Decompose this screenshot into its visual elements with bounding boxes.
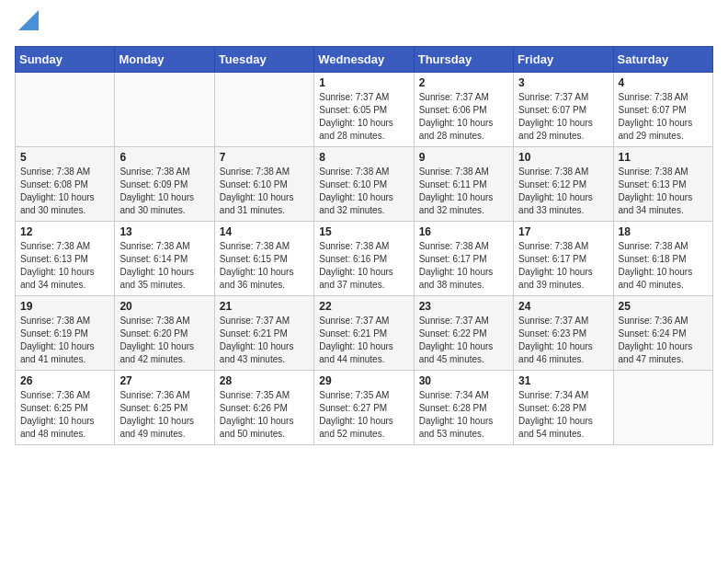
day-info: Sunrise: 7:38 AM Sunset: 6:07 PM Dayligh… <box>619 91 708 143</box>
calendar-cell: 8Sunrise: 7:38 AM Sunset: 6:10 PM Daylig… <box>314 147 414 222</box>
day-info: Sunrise: 7:38 AM Sunset: 6:09 PM Dayligh… <box>119 166 209 217</box>
week-row-4: 19Sunrise: 7:38 AM Sunset: 6:19 PM Dayli… <box>16 296 713 371</box>
calendar-cell: 26Sunrise: 7:36 AM Sunset: 6:25 PM Dayli… <box>16 371 115 445</box>
day-info: Sunrise: 7:38 AM Sunset: 6:19 PM Dayligh… <box>20 315 109 366</box>
calendar-cell: 22Sunrise: 7:37 AM Sunset: 6:21 PM Dayli… <box>314 296 414 371</box>
day-number: 27 <box>119 374 209 387</box>
calendar-cell: 23Sunrise: 7:37 AM Sunset: 6:22 PM Dayli… <box>414 296 513 371</box>
day-info: Sunrise: 7:38 AM Sunset: 6:11 PM Dayligh… <box>419 166 508 217</box>
logo <box>15 15 39 37</box>
day-info: Sunrise: 7:38 AM Sunset: 6:13 PM Dayligh… <box>619 166 708 217</box>
day-info: Sunrise: 7:38 AM Sunset: 6:12 PM Dayligh… <box>518 166 608 217</box>
day-number: 2 <box>419 76 508 89</box>
day-info: Sunrise: 7:37 AM Sunset: 6:06 PM Dayligh… <box>419 91 508 143</box>
day-info: Sunrise: 7:37 AM Sunset: 6:22 PM Dayligh… <box>419 315 508 366</box>
weekday-header-tuesday: Tuesday <box>214 47 313 73</box>
day-number: 22 <box>319 300 408 313</box>
day-number: 20 <box>119 300 209 313</box>
weekday-header-thursday: Thursday <box>414 47 513 73</box>
calendar-cell: 4Sunrise: 7:38 AM Sunset: 6:07 PM Daylig… <box>613 73 712 147</box>
day-number: 19 <box>20 300 109 313</box>
day-number: 11 <box>619 151 708 164</box>
calendar-cell: 13Sunrise: 7:38 AM Sunset: 6:14 PM Dayli… <box>115 222 214 296</box>
day-info: Sunrise: 7:38 AM Sunset: 6:17 PM Dayligh… <box>518 240 608 292</box>
day-number: 10 <box>518 151 608 164</box>
calendar-cell: 11Sunrise: 7:38 AM Sunset: 6:13 PM Dayli… <box>613 147 712 222</box>
calendar-cell: 6Sunrise: 7:38 AM Sunset: 6:09 PM Daylig… <box>115 147 214 222</box>
calendar-cell: 20Sunrise: 7:38 AM Sunset: 6:20 PM Dayli… <box>115 296 214 371</box>
day-number: 30 <box>419 374 508 387</box>
day-number: 16 <box>419 225 508 238</box>
day-info: Sunrise: 7:38 AM Sunset: 6:18 PM Dayligh… <box>619 240 708 292</box>
calendar-cell: 27Sunrise: 7:36 AM Sunset: 6:25 PM Dayli… <box>115 371 214 445</box>
calendar-cell: 24Sunrise: 7:37 AM Sunset: 6:23 PM Dayli… <box>514 296 613 371</box>
calendar-table: SundayMondayTuesdayWednesdayThursdayFrid… <box>15 46 713 445</box>
day-info: Sunrise: 7:38 AM Sunset: 6:10 PM Dayligh… <box>220 166 309 217</box>
calendar-cell: 19Sunrise: 7:38 AM Sunset: 6:19 PM Dayli… <box>16 296 115 371</box>
day-info: Sunrise: 7:38 AM Sunset: 6:20 PM Dayligh… <box>119 315 209 366</box>
day-number: 3 <box>518 76 608 89</box>
calendar-cell <box>214 73 313 147</box>
day-number: 28 <box>220 374 309 387</box>
calendar-cell: 28Sunrise: 7:35 AM Sunset: 6:26 PM Dayli… <box>214 371 313 445</box>
day-info: Sunrise: 7:37 AM Sunset: 6:21 PM Dayligh… <box>319 315 408 366</box>
calendar-cell: 9Sunrise: 7:38 AM Sunset: 6:11 PM Daylig… <box>414 147 513 222</box>
weekday-header-friday: Friday <box>514 47 613 73</box>
calendar-cell: 1Sunrise: 7:37 AM Sunset: 6:05 PM Daylig… <box>314 73 414 147</box>
day-number: 4 <box>619 76 708 89</box>
day-number: 15 <box>319 225 408 238</box>
calendar-cell: 2Sunrise: 7:37 AM Sunset: 6:06 PM Daylig… <box>414 73 513 147</box>
calendar-cell <box>613 371 712 445</box>
day-info: Sunrise: 7:38 AM Sunset: 6:10 PM Dayligh… <box>319 166 408 217</box>
day-number: 1 <box>319 76 408 89</box>
calendar-cell: 30Sunrise: 7:34 AM Sunset: 6:28 PM Dayli… <box>414 371 513 445</box>
calendar-cell <box>16 73 115 147</box>
day-number: 5 <box>20 151 109 164</box>
day-info: Sunrise: 7:35 AM Sunset: 6:27 PM Dayligh… <box>319 389 408 441</box>
day-info: Sunrise: 7:38 AM Sunset: 6:13 PM Dayligh… <box>20 240 109 292</box>
day-info: Sunrise: 7:35 AM Sunset: 6:26 PM Dayligh… <box>220 389 309 441</box>
day-info: Sunrise: 7:34 AM Sunset: 6:28 PM Dayligh… <box>419 389 508 441</box>
day-number: 13 <box>119 225 209 238</box>
week-row-3: 12Sunrise: 7:38 AM Sunset: 6:13 PM Dayli… <box>16 222 713 296</box>
day-info: Sunrise: 7:36 AM Sunset: 6:25 PM Dayligh… <box>20 389 109 441</box>
day-number: 25 <box>619 300 708 313</box>
calendar-cell: 25Sunrise: 7:36 AM Sunset: 6:24 PM Dayli… <box>613 296 712 371</box>
day-number: 9 <box>419 151 508 164</box>
weekday-header-sunday: Sunday <box>16 47 115 73</box>
weekday-header-row: SundayMondayTuesdayWednesdayThursdayFrid… <box>16 47 713 73</box>
day-number: 17 <box>518 225 608 238</box>
calendar-cell: 12Sunrise: 7:38 AM Sunset: 6:13 PM Dayli… <box>16 222 115 296</box>
day-info: Sunrise: 7:37 AM Sunset: 6:21 PM Dayligh… <box>220 315 309 366</box>
day-info: Sunrise: 7:36 AM Sunset: 6:25 PM Dayligh… <box>119 389 209 441</box>
week-row-1: 1Sunrise: 7:37 AM Sunset: 6:05 PM Daylig… <box>16 73 713 147</box>
calendar-cell: 31Sunrise: 7:34 AM Sunset: 6:28 PM Dayli… <box>514 371 613 445</box>
calendar-cell: 15Sunrise: 7:38 AM Sunset: 6:16 PM Dayli… <box>314 222 414 296</box>
calendar-cell: 3Sunrise: 7:37 AM Sunset: 6:07 PM Daylig… <box>514 73 613 147</box>
calendar-cell: 7Sunrise: 7:38 AM Sunset: 6:10 PM Daylig… <box>214 147 313 222</box>
weekday-header-monday: Monday <box>115 47 214 73</box>
day-info: Sunrise: 7:34 AM Sunset: 6:28 PM Dayligh… <box>518 389 608 441</box>
day-info: Sunrise: 7:38 AM Sunset: 6:17 PM Dayligh… <box>419 240 508 292</box>
day-number: 26 <box>20 374 109 387</box>
day-info: Sunrise: 7:37 AM Sunset: 6:05 PM Dayligh… <box>319 91 408 143</box>
week-row-2: 5Sunrise: 7:38 AM Sunset: 6:08 PM Daylig… <box>16 147 713 222</box>
day-number: 21 <box>220 300 309 313</box>
weekday-header-saturday: Saturday <box>613 47 712 73</box>
day-info: Sunrise: 7:36 AM Sunset: 6:24 PM Dayligh… <box>619 315 708 366</box>
day-number: 7 <box>220 151 309 164</box>
day-number: 29 <box>319 374 408 387</box>
calendar-cell <box>115 73 214 147</box>
day-info: Sunrise: 7:37 AM Sunset: 6:23 PM Dayligh… <box>518 315 608 366</box>
logo-arrow-icon <box>18 10 39 30</box>
day-number: 23 <box>419 300 508 313</box>
day-number: 8 <box>319 151 408 164</box>
calendar-cell: 14Sunrise: 7:38 AM Sunset: 6:15 PM Dayli… <box>214 222 313 296</box>
day-info: Sunrise: 7:38 AM Sunset: 6:08 PM Dayligh… <box>20 166 109 217</box>
day-info: Sunrise: 7:37 AM Sunset: 6:07 PM Dayligh… <box>518 91 608 143</box>
calendar-cell: 18Sunrise: 7:38 AM Sunset: 6:18 PM Dayli… <box>613 222 712 296</box>
weekday-header-wednesday: Wednesday <box>314 47 414 73</box>
day-number: 31 <box>518 374 608 387</box>
day-info: Sunrise: 7:38 AM Sunset: 6:15 PM Dayligh… <box>220 240 309 292</box>
day-number: 6 <box>119 151 209 164</box>
